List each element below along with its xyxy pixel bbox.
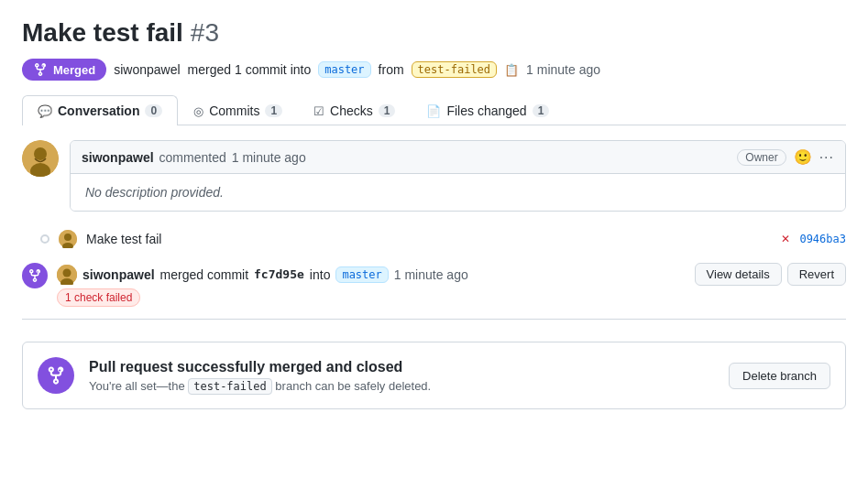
- tab-checks[interactable]: ☑ Checks 1: [298, 95, 411, 125]
- merge-icon: [33, 62, 48, 77]
- commit-status-x: ✕: [781, 233, 790, 245]
- commit-hash[interactable]: 0946ba3: [799, 233, 846, 245]
- commit-message: Make test fail: [86, 232, 161, 246]
- banner-subtitle-prefix: You're all set—the: [89, 379, 185, 393]
- tab-checks-count: 1: [379, 104, 396, 117]
- merged-badge: Merged: [22, 59, 106, 81]
- tab-commits-label: Commits: [209, 103, 259, 118]
- more-options-icon[interactable]: ···: [819, 149, 834, 166]
- merge-event: siwonpawel merged commit fc7d95e into ma…: [22, 263, 846, 304]
- pr-status-bar: Merged siwonpawel merged 1 commit into m…: [22, 59, 846, 81]
- content-divider: [22, 319, 846, 320]
- merged-badge-label: Merged: [53, 63, 95, 77]
- merge-description: merged 1 commit into: [188, 62, 312, 77]
- comment-author[interactable]: siwonpawel: [82, 150, 154, 165]
- merge-author[interactable]: siwonpawel: [82, 267, 155, 282]
- svg-point-1: [34, 147, 47, 160]
- from-label: from: [379, 62, 404, 77]
- target-branch[interactable]: master: [318, 61, 370, 78]
- view-details-button[interactable]: View details: [695, 263, 782, 286]
- files-tab-icon: 📄: [426, 104, 441, 118]
- owner-badge: Owner: [737, 149, 786, 166]
- comment-header-right: Owner 🙂 ···: [737, 148, 834, 166]
- merged-banner-icon: [38, 357, 74, 394]
- tab-content: siwonpawel commented 1 minute ago Owner …: [22, 125, 846, 424]
- tab-checks-label: Checks: [330, 103, 373, 118]
- merge-time: 1 minute ago: [394, 267, 468, 282]
- merge-event-icon: [22, 263, 48, 288]
- avatar-image: [22, 140, 59, 177]
- comment-header-left: siwonpawel commented 1 minute ago: [82, 150, 306, 165]
- commit-avatar: [59, 230, 77, 248]
- banner-subtitle-suffix: branch can be safely deleted.: [275, 379, 431, 393]
- merge-target-branch[interactable]: master: [335, 266, 388, 283]
- tab-commits[interactable]: ◎ Commits 1: [178, 95, 298, 125]
- checks-tab-icon: ☑: [313, 104, 324, 118]
- merged-banner-text: Pull request successfully merged and clo…: [89, 359, 714, 393]
- merged-banner: Pull request successfully merged and clo…: [22, 342, 846, 409]
- tab-commits-count: 1: [265, 104, 282, 117]
- pr-title: Make test fail #3: [22, 18, 846, 48]
- pr-time: 1 minute ago: [526, 62, 600, 77]
- comment-action: commented: [159, 150, 226, 165]
- comment-avatar: [22, 140, 59, 177]
- commit-timeline-row: Make test fail ✕ 0946ba3: [40, 230, 846, 248]
- commits-tab-icon: ◎: [193, 104, 203, 118]
- timeline-dot: [40, 234, 49, 244]
- comment-body-text: No description provided.: [85, 185, 224, 200]
- revert-button[interactable]: Revert: [787, 263, 846, 286]
- merge-commit-hash[interactable]: fc7d95e: [254, 267, 304, 281]
- tab-files-label: Files changed: [446, 103, 526, 118]
- delete-branch-button[interactable]: Delete branch: [729, 363, 830, 389]
- comment-time: 1 minute ago: [232, 150, 306, 165]
- source-branch[interactable]: test-failed: [412, 61, 497, 78]
- author-name[interactable]: siwonpawel: [114, 62, 180, 77]
- tab-conversation-label: Conversation: [58, 103, 139, 118]
- merge-author-avatar: [57, 265, 77, 285]
- merge-event-text: siwonpawel merged commit fc7d95e into ma…: [57, 263, 846, 286]
- tab-conversation[interactable]: 💬 Conversation 0: [22, 95, 178, 125]
- banner-branch-code: test-failed: [188, 378, 271, 395]
- tab-files-changed[interactable]: 📄 Files changed 1: [411, 95, 565, 125]
- comment-header: siwonpawel commented 1 minute ago Owner …: [71, 141, 845, 174]
- pr-title-text: Make test fail: [22, 18, 183, 48]
- tabs-container: 💬 Conversation 0 ◎ Commits 1 ☑ Checks 1 …: [22, 95, 846, 125]
- tab-conversation-count: 0: [145, 104, 162, 117]
- comment-box: siwonpawel commented 1 minute ago Owner …: [70, 140, 846, 212]
- merge-event-body: siwonpawel merged commit fc7d95e into ma…: [57, 263, 846, 304]
- svg-point-7: [63, 268, 71, 277]
- comment-thread: siwonpawel commented 1 minute ago Owner …: [22, 140, 846, 212]
- svg-point-4: [64, 234, 71, 241]
- copy-icon[interactable]: 📋: [504, 63, 519, 77]
- emoji-reaction-icon[interactable]: 🙂: [794, 148, 812, 166]
- tab-files-count: 1: [533, 104, 550, 117]
- conversation-tab-icon: 💬: [38, 104, 52, 118]
- merged-banner-subtitle: You're all set—the test-failed branch ca…: [89, 379, 714, 393]
- comment-body: No description provided.: [71, 174, 845, 211]
- pr-title-number: #3: [191, 18, 219, 48]
- check-failed-badge[interactable]: 1 check failed: [57, 288, 140, 307]
- merge-action: merged commit: [160, 267, 248, 282]
- merge-into-label: into: [310, 267, 331, 282]
- merged-banner-title: Pull request successfully merged and clo…: [89, 359, 714, 375]
